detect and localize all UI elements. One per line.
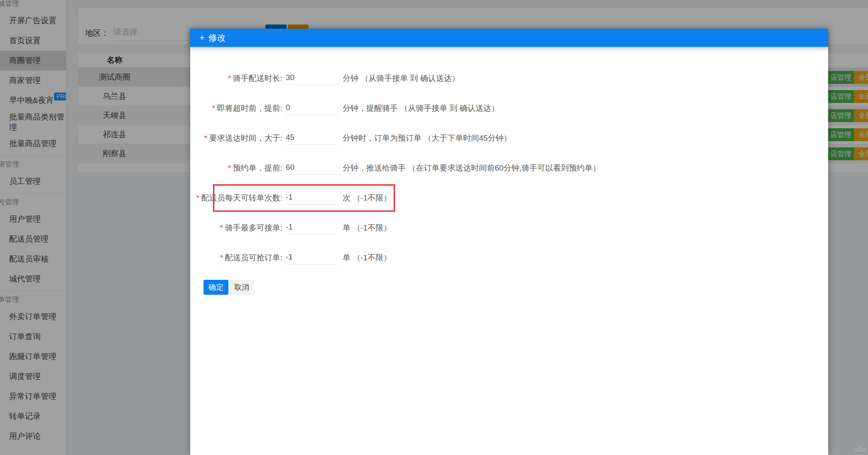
required-asterisk: *: [196, 194, 199, 202]
field-input[interactable]: [285, 72, 339, 85]
field-input[interactable]: [285, 102, 339, 115]
modal-buttons: 确定 取消: [204, 280, 254, 295]
field-label-text: 要求送达时间，大于:: [209, 134, 282, 142]
field-suffix: 分钟时，订单为预订单 （大于下单时间45分钟）: [343, 133, 511, 144]
field-suffix: 单 （-1不限）: [343, 252, 391, 263]
field-label-text: 骑手配送时长:: [233, 74, 282, 83]
field-label-text: 配送员每天可转单次数:: [201, 193, 282, 202]
field-label-text: 配送员可抢订单:: [225, 253, 282, 262]
field-label: *骑手配送时长:: [190, 73, 282, 84]
app-root: 城管理开屏广告设置首页设置商圈管理商家管理早中晚&夜宵批量商品类别管理批量商品管…: [0, 0, 868, 455]
required-asterisk: *: [220, 254, 223, 262]
field-suffix: 分钟，推送给骑手 （在订单要求送达时间前60分钟,骑手可以看到预约单）: [343, 163, 601, 174]
required-asterisk: *: [220, 224, 223, 232]
field-label: *预约单，提前:: [190, 163, 282, 174]
field-suffix: 次 （-1不限）: [343, 193, 391, 203]
field-suffix: 单 （-1不限）: [343, 223, 391, 233]
field-suffix: 分钟，提醒骑手 （从骑手接单 到 确认送达）: [343, 103, 499, 114]
field-input[interactable]: [285, 192, 339, 205]
plus-icon: +: [199, 32, 205, 43]
field-input[interactable]: [285, 222, 339, 235]
field-label: *骑手最多可接单:: [190, 223, 282, 233]
form-row: *配送员可抢订单:单 （-1不限）: [190, 243, 828, 273]
confirm-button[interactable]: 确定: [204, 280, 228, 295]
field-input[interactable]: [285, 162, 339, 175]
field-label: *配送员每天可转单次数:: [190, 193, 282, 203]
watermark: o2o: [855, 446, 865, 453]
field-suffix: 分钟 （从骑手接单 到 确认送达）: [343, 73, 460, 84]
required-asterisk: *: [204, 134, 207, 142]
edit-modal: + 修改 *骑手配送时长:分钟 （从骑手接单 到 确认送达）*即将超时前，提前:…: [190, 29, 828, 455]
form-row: *骑手最多可接单:单 （-1不限）: [190, 213, 828, 243]
field-input[interactable]: [285, 132, 339, 145]
cancel-button[interactable]: 取消: [229, 280, 254, 295]
field-label: *即将超时前，提前:: [190, 103, 282, 114]
modal-header: + 修改: [190, 29, 828, 47]
form-row: *要求送达时间，大于:分钟时，订单为预订单 （大于下单时间45分钟）: [190, 123, 828, 153]
form-row: *骑手配送时长:分钟 （从骑手接单 到 确认送达）: [190, 64, 828, 93]
field-label: *配送员可抢订单:: [190, 252, 282, 263]
form-row: *预约单，提前:分钟，推送给骑手 （在订单要求送达时间前60分钟,骑手可以看到预…: [190, 153, 828, 183]
field-label-text: 预约单，提前:: [233, 164, 282, 172]
required-asterisk: *: [228, 164, 231, 172]
form-row: *即将超时前，提前:分钟，提醒骑手 （从骑手接单 到 确认送达）: [190, 93, 828, 123]
required-asterisk: *: [212, 104, 215, 113]
required-asterisk: *: [228, 74, 231, 83]
field-label-text: 即将超时前，提前:: [217, 104, 282, 113]
modal-title: 修改: [208, 32, 226, 44]
field-label: *要求送达时间，大于:: [190, 133, 282, 144]
field-label-text: 骑手最多可接单:: [225, 223, 282, 232]
form-row: *配送员每天可转单次数:次 （-1不限）: [190, 183, 828, 213]
field-input[interactable]: [285, 252, 339, 264]
